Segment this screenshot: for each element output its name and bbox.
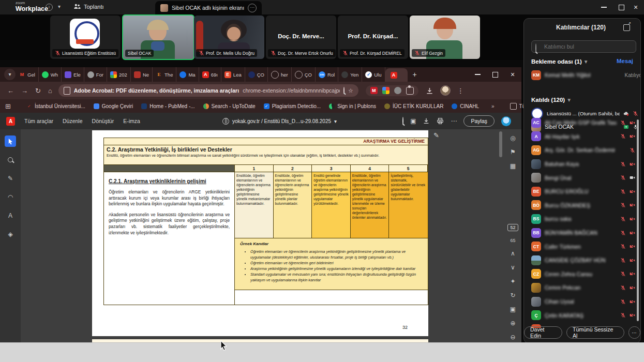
zoom-tool[interactable] [5,154,16,165]
participant-row[interactable]: AG Arş. Gör. Dr. Serkan Özdemir [524,143,640,157]
pinned-tab[interactable]: her [268,67,292,82]
panel-scrollbar[interactable] [637,119,639,321]
search-icon[interactable] [343,87,345,94]
bookmark-item[interactable]: CINAHL [452,103,479,109]
text-tool[interactable]: A [5,210,16,221]
participant-row[interactable]: A Ali Haydar Işık [524,130,640,144]
participant-row[interactable]: Bengi Ünal [524,171,640,185]
pinned-tab[interactable]: ÇO [245,67,268,82]
select-tool[interactable] [5,135,16,147]
next-page-icon[interactable]: ∨ [511,264,515,271]
downloads-icon[interactable] [426,87,433,95]
pinned-tab[interactable]: A69ı [199,67,221,82]
participant-row[interactable]: BE BURCU EROĞLU [524,185,640,199]
bookmark-item[interactable]: ✓İstanbul Üniversitesi... [26,103,85,109]
chevron-down-icon[interactable]: ▾ [58,4,61,9]
apps-icon[interactable]: ⊞ [5,102,11,110]
document-title[interactable]: yokak.gov.tr / Enstitü Dls_D…u-29.08.202… [222,113,337,129]
more-options-icon[interactable]: ⋯ [451,117,457,125]
info-icon[interactable]: i [46,4,53,11]
pinned-tab[interactable]: zmRol [316,67,338,82]
video-tile-kursad-demirel[interactable]: Prof. Dr. Kürşad... Prof. Dr. Kürşad DEM… [338,16,408,59]
ai-assistant-icon[interactable]: ✦ [510,278,515,285]
participant-row[interactable]: Batuhan Kaya [524,157,640,171]
previous-page-icon[interactable]: ∧ [511,250,515,257]
waiting-room-header[interactable]: Bekleme odası (1) ▾ [531,58,588,65]
bookmark-item[interactable]: ✓Plagiarism Detectio... [264,103,321,109]
tab-shared-screen[interactable]: Sibel OCAK adlı kişinin ekranı ⋯ [155,1,262,14]
participant-row[interactable]: CANSİDE ÇÖZBAY HÜN [524,253,640,267]
chrome-close-button[interactable]: × [504,67,521,82]
bookmarks-overflow-icon[interactable]: » [491,103,495,109]
address-bar[interactable]: Adobe Acrobat: PDF düzenleme, dönüştürme… [58,84,358,97]
snapshot-icon[interactable]: ▣ [510,306,516,313]
invite-button[interactable]: Davet Edin [524,326,562,339]
pinned-tab[interactable]: EThe [153,67,176,82]
bookmark-item[interactable]: Sign in | Publons [329,103,376,109]
back-icon[interactable]: ← [7,87,14,95]
participant-row[interactable]: CT Cafer Türkmen [524,239,640,253]
pinned-tab[interactable]: Wh [39,67,62,82]
menu-esign[interactable]: E-imza [123,118,140,124]
bookmarks-icon[interactable]: ⚑ [510,148,516,156]
video-tile-institute[interactable]: Lisansüstü Eğitim Enstitüsü [50,16,121,59]
new-tab-button[interactable]: + [413,70,417,79]
more-options-icon[interactable]: ⋯ [628,326,640,339]
forward-icon[interactable]: → [21,87,28,95]
comments-icon[interactable]: ◎ [510,134,515,142]
account-avatar[interactable] [501,116,511,126]
pinned-tab[interactable]: ÇO [292,67,316,82]
zoom-out-icon[interactable]: ⊖ [510,334,515,341]
participant-row[interactable]: AC Ali Can Melin GSP Grafik Tasarımı [524,116,640,130]
pinned-tab[interactable]: Yen [338,67,362,82]
draw-tool[interactable]: ✎ [5,173,16,184]
print-icon[interactable] [437,117,444,125]
search-icon[interactable] [402,117,403,125]
participant-row[interactable]: BS burcu saka [524,212,640,226]
menu-all-tools[interactable]: Tüm araçlar [24,118,53,124]
pinned-tab[interactable]: 202 [107,67,131,82]
minimize-button[interactable] [595,0,612,14]
bookmark-item[interactable]: Google Çeviri [94,103,133,109]
pinned-tab[interactable]: ELea [221,67,245,82]
extension-icon[interactable] [394,87,401,94]
thumbnails-icon[interactable]: ▦ [510,162,516,170]
pinned-tab[interactable]: Ne [131,67,153,82]
video-tile-sibel-ocak[interactable]: Sibel OCAK [122,14,194,60]
color-grid-extension-icon[interactable] [382,87,390,94]
download-icon[interactable] [423,117,430,125]
pdf-scrollbar[interactable] [499,131,502,157]
participant-row[interactable]: BÖ Burcu ÖZKANDEŞ [524,199,640,213]
pages-panel-icon[interactable]: ▣ [410,117,416,125]
participant-list[interactable]: AC Ali Can Melin GSP Grafik Tasarımı A A… [524,116,640,328]
participant-row[interactable]: Cemre Pekcan [524,281,640,295]
bookmark-item[interactable]: İÜC ETİK KURULLAR [384,103,443,109]
tab-options-icon[interactable]: ⋯ [248,4,257,12]
extensions-puzzle-icon[interactable] [406,87,414,95]
pinned-tab[interactable]: Ma [176,67,199,82]
participant-row[interactable]: Cihan Uysal [524,295,640,309]
popout-icon[interactable] [623,24,630,31]
pinned-tab[interactable]: Ele [62,67,84,82]
chrome-minimize-button[interactable] [469,67,486,82]
close-button[interactable]: × [627,0,644,14]
zoom-in-icon[interactable]: ⊕ [510,320,515,327]
annotation-pencil-icon[interactable]: ✎ [433,131,439,139]
waiting-participant-row[interactable]: KM Kemal Melih Yiğitol Katılıyor... [524,68,641,82]
chrome-menu-icon[interactable]: ⋮ [457,87,464,95]
bookmark-item[interactable]: Home - PubMed -... [141,103,194,109]
reload-icon[interactable]: ↻ [35,87,41,95]
pinned-tab[interactable]: MGel [16,67,39,82]
video-tile-elif-gezgin[interactable]: Elif Gezgin [410,16,480,59]
video-tile-melis-ulu-dogru[interactable]: Prof. Dr. Melis Ulu Doğru [194,16,264,59]
home-icon[interactable]: ⌂ [48,87,52,95]
search-participant-input[interactable] [531,40,636,53]
menu-edit[interactable]: Düzenle [63,118,83,124]
active-tab-pdf[interactable]: A [385,68,408,82]
tab-search-icon[interactable]: ▾ [4,69,16,80]
profile-avatar[interactable] [440,85,451,96]
share-button[interactable]: Paylaş [463,115,495,127]
participant-row[interactable]: Ç Çetin KARATAŞ [524,308,640,322]
refresh-icon[interactable]: ↻ [510,292,515,299]
participant-row[interactable]: BB BÜNYAMİN BAĞCAN [524,226,640,240]
